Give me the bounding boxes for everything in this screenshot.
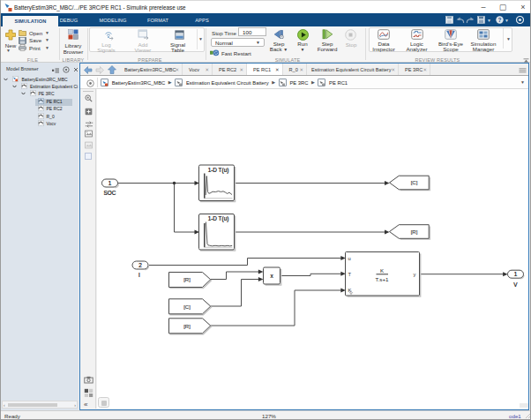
- svg-text:?: ?: [498, 17, 502, 23]
